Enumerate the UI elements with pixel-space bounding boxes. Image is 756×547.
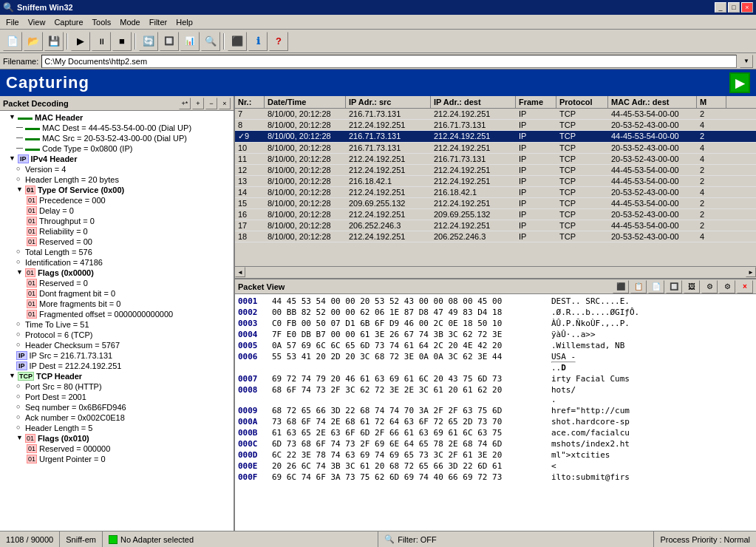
pd-collapse-button[interactable]: − [205,98,217,109]
toolbar-new-button[interactable]: 📄 [3,32,22,51]
toolbar-save-button[interactable]: 💾 [44,32,64,51]
toolbar-filter-button[interactable]: 🔲 [160,32,179,51]
table-row[interactable]: 16 8/10/00, 20:12:28 212.24.192.251 209.… [235,209,756,220]
tree-mac-src[interactable]: — ▬▬ MAC Src = 20-53-52-43-00-00 (Dial U… [1,133,232,143]
table-row[interactable]: 10 8/10/00, 20:12:28 216.71.73.131 212.2… [235,143,756,154]
maximize-button[interactable]: □ [728,2,740,13]
tree-tos-throughput: 01 Throughput = 0 [1,216,232,226]
pd-expand-button[interactable]: + [192,98,204,109]
tree-ttl: ○ Time To Live = 51 [1,319,232,330]
packet-list-body: 7 8/10/00, 20:12:28 216.71.73.131 212.24… [235,109,756,266]
list-item: 0009 68 72 65 66 3D 22 68 74 74 70 3A 2F… [236,405,755,416]
pv-btn-7[interactable]: ⚙ [719,280,735,293]
pv-btn-2[interactable]: 📋 [630,280,647,293]
tree-tcp-port-dest: ○ Port Dest = 2001 [1,392,232,402]
titlebar-buttons: _ □ × [715,2,753,13]
pd-add-button[interactable]: +* [179,98,191,109]
pv-btn-1[interactable]: ⬛ [613,280,629,293]
col-datetime[interactable]: Date/Time [265,96,346,108]
tree-mac-header[interactable]: ▼ ▬▬ MAC Header [1,112,232,123]
menu-filter[interactable]: Filter [145,16,171,28]
minimize-button[interactable]: _ [715,2,726,13]
list-item: 000F 69 6C 74 6F 3A 73 75 62 6D 69 74 40… [236,472,755,483]
close-button[interactable]: × [741,2,753,13]
table-row[interactable]: 17 8/10/00, 20:12:28 206.252.246.3 212.2… [235,220,756,231]
table-row[interactable]: ✓9 8/10/00, 20:12:28 216.71.73.131 212.2… [235,131,756,143]
toolbar-stop-button[interactable]: ■ [112,32,132,51]
toolbar-info-button[interactable]: ℹ [248,32,268,51]
filename-label: Filename: [3,57,38,66]
toolbar-play-button[interactable]: ▶ [71,32,90,51]
col-dest[interactable]: IP Adr.: dest [431,96,516,108]
menu-capture[interactable]: Capture [50,16,87,28]
tree-ipv4-header-length: ○ Header Length = 20 bytes [1,174,232,185]
tree-protocol: ○ Protocol = 6 (TCP) [1,330,232,340]
tree-tos-precedence: 01 Precedence = 000 [1,195,232,205]
toolbar-refresh-button[interactable]: 🔄 [139,32,158,51]
toolbar-search-button[interactable]: 🔍 [201,32,220,51]
left-panel: Packet Decoding +* + − × ▼ ▬▬ MAC Header… [0,96,235,531]
col-frame[interactable]: Frame [516,96,556,108]
tree-mac-dest[interactable]: — ▬▬ MAC Dest = 44-45-53-54-00-00 (Dial … [1,123,232,133]
packet-list-scroll-right[interactable]: ► [746,267,756,277]
toolbar-hex-button[interactable]: ⬛ [228,32,247,51]
tree-flags-dont-frag: 01 Dont fragment bit = 0 [1,288,232,299]
table-row[interactable]: 13 8/10/00, 20:12:28 216.18.42.1 212.24.… [235,176,756,187]
pv-close-btn[interactable]: × [737,280,753,293]
menu-file[interactable]: File [1,16,24,28]
menu-mode[interactable]: Mode [115,16,145,28]
packet-decoding-title: Packet Decoding [3,99,69,108]
list-item: 0005 0A 57 69 6C 6C 65 6D 73 74 61 64 2C… [236,340,755,351]
table-row[interactable]: 8 8/10/00, 20:12:28 212.24.192.251 216.7… [235,120,756,131]
toolbar-pause-button[interactable]: ⏸ [92,32,111,51]
tree-mac-code[interactable]: — ▬▬ Code Type = 0x0800 (IP) [1,143,232,154]
packet-list-header: Nr.: Date/Time IP Adr.: src IP Adr.: des… [235,96,756,109]
pv-btn-6[interactable]: ⚙ [701,280,718,293]
status-filter-text: Filter: OFF [398,535,437,544]
pv-btn-3[interactable]: 📄 [648,280,664,293]
col-nr[interactable]: Nr.: [235,96,265,108]
filename-dropdown-button[interactable]: ▼ [740,55,753,68]
pd-close-button[interactable]: × [219,98,231,109]
col-protocol[interactable]: Protocol [556,96,608,108]
pv-btn-5[interactable]: 🖼 [684,280,700,293]
packet-list-scroll: ◄ ► [235,266,756,278]
tree-tos[interactable]: ▼ 01 Type Of Service (0x00) [1,185,232,195]
col-src[interactable]: IP Adr.: src [346,96,431,108]
packet-list-container: Nr.: Date/Time IP Adr.: src IP Adr.: des… [235,96,756,279]
list-item: 0007 69 72 74 79 20 46 61 63 69 61 6C 20… [236,373,755,384]
table-row[interactable]: 18 8/10/00, 20:12:28 212.24.192.251 206.… [235,231,756,242]
tree-tcp-seq: ○ Seq number = 0x6B6FD946 [1,402,232,412]
tree-total-length: ○ Total Length = 576 [1,247,232,257]
tree-flags-more-frag: 01 More fragments bit = 0 [1,299,232,309]
col-m[interactable]: M [697,96,726,108]
table-row[interactable]: 7 8/10/00, 20:12:28 216.71.73.131 212.24… [235,109,756,120]
menu-help[interactable]: Help [171,16,197,28]
tree-expand-ipv4[interactable]: ▼ [9,154,16,162]
tree-tcp-header[interactable]: ▼ TCP TCP Header [1,371,232,381]
table-row[interactable]: 11 8/10/00, 20:12:28 212.24.192.251 216.… [235,154,756,165]
packet-view-toolbar: ⬛ 📋 📄 🔲 🖼 ⚙ ⚙ × [613,280,753,293]
table-row[interactable]: 12 8/10/00, 20:12:28 212.24.192.251 212.… [235,165,756,176]
menu-view[interactable]: View [24,16,50,28]
col-mac-dest[interactable]: MAC Adr.: dest [608,96,697,108]
tree-flags[interactable]: ▼ 01 Flags (0x0000) [1,268,232,278]
table-row[interactable]: 14 8/10/00, 20:12:28 212.24.192.251 216.… [235,187,756,198]
toolbar-stats-button[interactable]: 📊 [180,32,200,51]
tree-tcp-flags-reserved: 01 Reserved = 000000 [1,444,232,454]
capturing-header: Capturing ▶ [0,69,756,96]
list-item: 000B 61 63 65 2E 63 6F 6D 2F 66 61 63 69… [236,427,755,438]
table-row[interactable]: 15 8/10/00, 20:12:28 209.69.255.132 212.… [235,198,756,209]
filename-input[interactable] [41,55,737,68]
tree-expand-mac[interactable]: ▼ [9,113,16,120]
toolbar-help-button[interactable]: ? [269,32,288,51]
tree-ipv4-header[interactable]: ▼ IP IPv4 Header [1,154,232,164]
status-adapter-text: No Adapter selected [120,535,194,544]
menu-tools[interactable]: Tools [88,16,116,28]
toolbar-open-button[interactable]: 📂 [24,32,43,51]
pv-btn-4[interactable]: 🔲 [666,280,682,293]
packet-list-scroll-left[interactable]: ◄ [235,267,245,277]
tree-tcp-flags[interactable]: ▼ 01 Flags (0x010) [1,433,232,444]
tree-ip-src: IP IP Src = 216.71.73.131 [1,350,232,361]
status-adapter-light [109,535,118,544]
